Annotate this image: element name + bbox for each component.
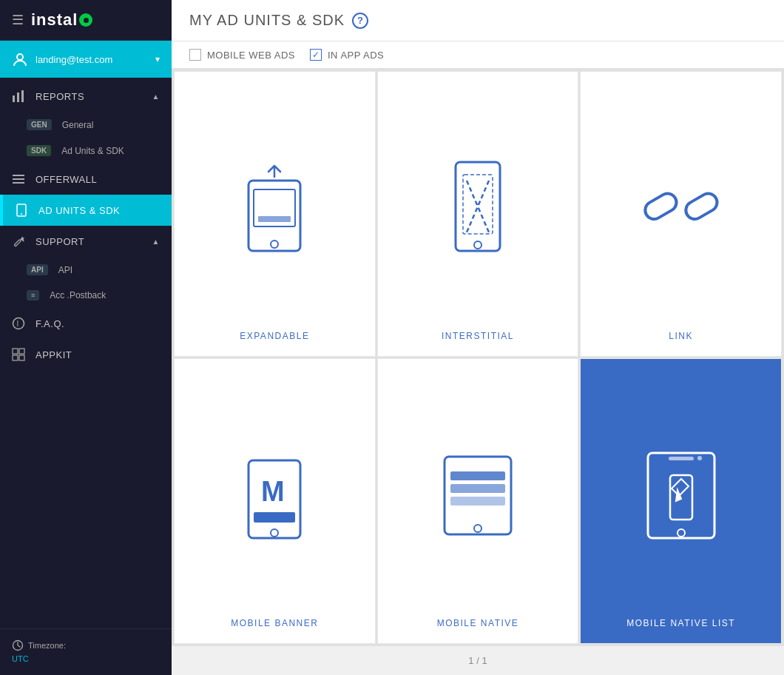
mobile-native-icon: [437, 381, 518, 606]
logo: instal: [31, 10, 92, 30]
acc-badge: ≡: [27, 290, 39, 300]
svg-point-8: [21, 213, 22, 215]
pagination: 1 / 1: [172, 646, 784, 675]
svg-rect-32: [450, 497, 505, 506]
sidebar-item-postback[interactable]: ≡ Acc .Postback: [0, 283, 172, 308]
ad-card-expandable[interactable]: EXPANDABLE: [174, 71, 376, 357]
help-icon[interactable]: ?: [352, 13, 368, 29]
ad-grid-container: EXPANDABLE IN: [172, 69, 784, 675]
mobile-native-list-label: MOBILE NATIVE LIST: [626, 618, 735, 628]
sidebar-item-offerwall-label: Offerwall: [36, 174, 97, 185]
page-header: MY AD UNITS & SDK ?: [172, 0, 784, 41]
tabs-bar: MOBILE WEB ADS IN APP ADS: [172, 41, 784, 69]
sidebar-item-api-label: API: [58, 265, 72, 275]
svg-rect-12: [19, 349, 24, 354]
mobile-web-ads-checkbox[interactable]: [189, 49, 201, 61]
svg-point-28: [271, 529, 278, 537]
svg-rect-31: [450, 484, 505, 493]
sidebar-item-reports[interactable]: Reports ▲: [0, 81, 172, 112]
collapse-icon: ▲: [152, 93, 160, 101]
tab-mobile-web-ads-label: MOBILE WEB ADS: [207, 50, 295, 61]
svg-rect-29: [445, 457, 511, 534]
user-email: landing@test.com: [36, 54, 148, 65]
api-badge: API: [27, 264, 48, 275]
in-app-ads-checkbox[interactable]: [310, 49, 322, 61]
svg-rect-14: [19, 355, 24, 360]
ad-card-mobile-native-list[interactable]: MOBILE NATIVE LIST: [580, 358, 782, 644]
sidebar-item-api[interactable]: API API: [0, 257, 172, 283]
logo-dot-icon: [79, 13, 92, 27]
sidebar-item-ad-units-sub[interactable]: SDK Ad Units & SDK: [0, 138, 172, 164]
svg-rect-27: [254, 512, 295, 523]
sidebar-item-offerwall[interactable]: Offerwall: [0, 164, 172, 195]
nav-section: Reports ▲ GEN General SDK Ad Units & SDK…: [0, 78, 172, 373]
clock-icon: [12, 639, 24, 651]
svg-point-38: [677, 529, 685, 537]
interstitial-icon: [441, 94, 515, 319]
sidebar-bottom: Timezone: UTC: [0, 628, 172, 675]
user-avatar-icon: [12, 51, 28, 67]
svg-rect-6: [13, 182, 24, 184]
user-section[interactable]: landing@test.com ▾: [0, 41, 172, 78]
info-icon: i: [12, 317, 27, 330]
svg-rect-11: [13, 349, 18, 354]
sidebar: ☰ instal landing@test.com ▾: [0, 0, 172, 675]
timezone-value: UTC: [12, 654, 29, 663]
sidebar-item-ad-units-sdk-label: Ad Units & SDK: [38, 205, 120, 216]
svg-point-33: [474, 525, 481, 532]
link-icon: [637, 94, 726, 319]
svg-point-19: [271, 241, 278, 248]
sidebar-item-support[interactable]: Support ▲: [0, 226, 172, 257]
sdk-badge: SDK: [27, 145, 51, 156]
tab-in-app-ads-label: IN APP ADS: [328, 50, 384, 61]
general-badge: GEN: [27, 119, 52, 130]
svg-point-0: [17, 54, 23, 60]
sidebar-item-general-label: General: [62, 120, 94, 130]
mobile-banner-icon: M: [237, 381, 311, 606]
page-title: MY AD UNITS & SDK: [189, 12, 345, 29]
svg-text:i: i: [17, 320, 19, 328]
sidebar-item-support-label: Support: [36, 236, 84, 247]
sidebar-item-appkit[interactable]: AppKit: [0, 339, 172, 370]
sidebar-item-postback-label: Acc .Postback: [50, 290, 106, 300]
sidebar-item-faq[interactable]: i F.A.Q.: [0, 308, 172, 339]
svg-point-36: [697, 456, 702, 460]
logo-text: instal: [31, 10, 78, 30]
sidebar-header: ☰ instal: [0, 0, 172, 41]
ad-card-mobile-banner[interactable]: M MOBILE BANNER: [174, 358, 376, 644]
sidebar-item-faq-label: F.A.Q.: [36, 318, 64, 329]
ad-card-link[interactable]: LINK: [580, 71, 782, 357]
grid-icon: [12, 348, 27, 361]
svg-text:M: M: [261, 476, 285, 507]
tab-in-app-ads[interactable]: IN APP ADS: [310, 49, 384, 61]
mobile-native-list-icon: [641, 381, 722, 606]
ad-card-mobile-native[interactable]: MOBILE NATIVE: [377, 358, 579, 644]
sidebar-item-reports-label: Reports: [36, 91, 84, 102]
support-collapse-icon: ▲: [152, 238, 160, 246]
sidebar-item-ad-units-sub-label: Ad Units & SDK: [61, 146, 124, 156]
svg-rect-30: [450, 471, 505, 480]
sidebar-item-appkit-label: AppKit: [36, 349, 72, 360]
expandable-icon: [237, 94, 311, 319]
user-chevron-icon: ▾: [155, 54, 160, 64]
wrench-icon: [12, 235, 27, 248]
tablet-icon: [15, 204, 30, 217]
bar-chart-icon: [12, 90, 27, 103]
mobile-banner-label: MOBILE BANNER: [231, 618, 318, 628]
expandable-label: EXPANDABLE: [240, 331, 309, 341]
sidebar-item-ad-units-sdk[interactable]: Ad Units & SDK: [0, 195, 172, 226]
list-icon: [12, 172, 27, 186]
pagination-text: 1 / 1: [468, 655, 487, 666]
tab-mobile-web-ads[interactable]: MOBILE WEB ADS: [189, 49, 295, 61]
svg-rect-5: [13, 178, 24, 180]
svg-rect-18: [258, 216, 291, 222]
sidebar-item-general[interactable]: GEN General: [0, 112, 172, 138]
svg-rect-13: [13, 355, 18, 360]
svg-rect-20: [456, 162, 500, 251]
interstitial-label: INTERSTITIAL: [442, 331, 514, 341]
svg-rect-3: [21, 90, 24, 102]
svg-rect-4: [13, 175, 24, 176]
ad-card-interstitial[interactable]: INTERSTITIAL: [377, 71, 579, 357]
hamburger-icon[interactable]: ☰: [12, 12, 24, 28]
mobile-native-label: MOBILE NATIVE: [437, 618, 519, 628]
